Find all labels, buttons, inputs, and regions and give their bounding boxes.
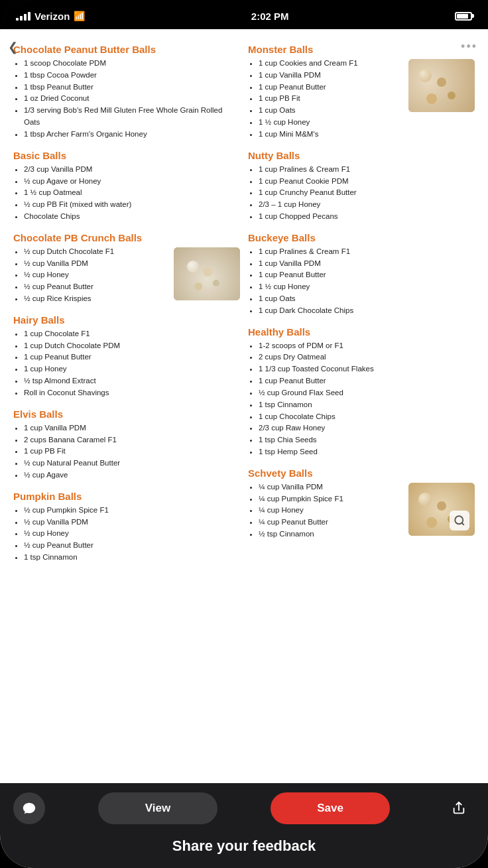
- list-item: 1 scoop Chocolate PDM: [24, 58, 240, 70]
- list-item: ½ cup Vanilla PDM: [24, 517, 240, 528]
- list-item: ½ cup Agave: [24, 469, 240, 481]
- ingredients-nutty-balls: 1 cup Pralines & Cream F1 1 cup Peanut C…: [248, 164, 475, 223]
- recipe-chocolate-pb-crunch: Chocolate PB Crunch Balls ½ cup Dutch Ch…: [13, 232, 240, 305]
- recipe-pumpkin-balls: Pumpkin Balls ½ cup Pumpkin Spice F1 ½ c…: [13, 491, 240, 564]
- recipe-hairy-balls: Hairy Balls 1 cup Chocolate F1 1 cup Dut…: [13, 314, 240, 399]
- recipe-columns: Chocolate Peanut Butter Balls 1 scoop Ch…: [11, 44, 477, 573]
- bottom-action-bar: View Save: [0, 783, 488, 831]
- recipe-healthy-balls: Healthy Balls 1-2 scoops of PDM or F1 2 …: [248, 326, 475, 458]
- list-item: 1/3 serving Bob's Red Mill Gluten Free W…: [24, 105, 240, 129]
- content-area: ❮ ••• Chocolate Peanut Butter Balls 1 sc…: [0, 29, 488, 868]
- list-item: 1 cup Chocolate Chips: [259, 411, 475, 423]
- list-item: 2 cups Dry Oatmeal: [259, 351, 475, 363]
- plate-image-visual: [174, 247, 240, 300]
- recipe-title-hairy-balls: Hairy Balls: [13, 314, 240, 326]
- ingredients-basic-balls: 2/3 cup Vanilla PDM ½ cup Agave or Honey…: [13, 164, 240, 223]
- list-item: 1 1/3 cup Toasted Coconut Flakes: [259, 363, 475, 375]
- ingredients-pumpkin-balls: ½ cup Pumpkin Spice F1 ½ cup Vanilla PDM…: [13, 505, 240, 564]
- recipe-title-buckeye-balls: Buckeye Balls: [248, 232, 475, 243]
- recipe-buckeye-balls: Buckeye Balls 1 cup Pralines & Cream F1 …: [248, 232, 475, 317]
- list-item: 1 cup Mini M&M's: [259, 129, 475, 141]
- recipe-title-chocolate-pb-balls: Chocolate Peanut Butter Balls: [13, 44, 240, 55]
- signal-icon: [16, 12, 30, 21]
- list-item: 1 ½ cup Honey: [259, 117, 475, 129]
- list-item: 1 tbsp Archer Farm's Organic Honey: [24, 129, 240, 141]
- list-item: 1 cup Dutch Chocolate PDM: [24, 340, 240, 352]
- schvety-balls-image: [408, 483, 475, 536]
- list-item: ½ cup PB Fit (mixed with water): [24, 199, 240, 211]
- time-label: 2:02 PM: [251, 11, 289, 22]
- list-item: 1 cup Chopped Pecans: [259, 211, 475, 223]
- back-arrow[interactable]: ❮: [8, 40, 18, 54]
- right-column: Monster Balls 1 cup Cookies and Cream F1…: [248, 44, 475, 573]
- list-item: ½ cup Pumpkin Spice F1: [24, 505, 240, 517]
- list-item: 1 ½ cup Honey: [259, 281, 475, 293]
- list-item: 1 tsp Cinnamon: [259, 399, 475, 411]
- recipe-title-schvety-balls: Schvety Balls: [248, 467, 475, 479]
- list-item: 1 tbsp Peanut Butter: [24, 82, 240, 93]
- list-item: 1 cup Crunchy Peanut Butter: [259, 187, 475, 199]
- list-item: 1 cup Peanut Cookie PDM: [259, 176, 475, 188]
- list-item: ½ cup Ground Flax Seed: [259, 387, 475, 399]
- wifi-icon: 📶: [74, 11, 85, 21]
- status-left: Verizon 📶: [16, 11, 85, 22]
- list-item: 1 cup Dark Chocolate Chips: [259, 305, 475, 317]
- carrier-label: Verizon: [34, 11, 70, 22]
- list-item: 2/3 – 1 cup Honey: [259, 199, 475, 211]
- list-item: 2/3 cup Vanilla PDM: [24, 164, 240, 176]
- list-item: 1 cup Peanut Butter: [24, 351, 240, 363]
- list-item: ½ cup Peanut Butter: [24, 540, 240, 552]
- recipe-chocolate-pb-balls: Chocolate Peanut Butter Balls 1 scoop Ch…: [13, 44, 240, 141]
- monster-balls-image: [408, 59, 475, 112]
- list-item: Chocolate Chips: [24, 211, 240, 223]
- list-item: ½ cup Honey: [24, 528, 240, 540]
- feedback-bar: Share your feedback: [0, 831, 488, 868]
- ingredients-healthy-balls: 1-2 scoops of PDM or F1 2 cups Dry Oatme…: [248, 340, 475, 458]
- recipe-title-monster-balls: Monster Balls: [248, 44, 475, 55]
- list-item: ½ cup Natural Peanut Butter: [24, 458, 240, 469]
- recipe-elvis-balls: Elvis Balls 1 cup Vanilla PDM 2 cups Ban…: [13, 408, 240, 481]
- recipe-nutty-balls: Nutty Balls 1 cup Pralines & Cream F1 1 …: [248, 150, 475, 223]
- comment-button[interactable]: [13, 792, 45, 824]
- more-options-button[interactable]: •••: [461, 40, 477, 54]
- list-item: Roll in Coconut Shavings: [24, 387, 240, 399]
- list-item: 1 oz Dried Coconut: [24, 93, 240, 105]
- list-item: 1 cup Peanut Butter: [259, 269, 475, 281]
- list-item: 1 cup Pralines & Cream F1: [259, 164, 475, 176]
- list-item: 1 cup PB Fit: [24, 446, 240, 458]
- list-item: 1 cup Oats: [259, 293, 475, 305]
- save-button[interactable]: Save: [271, 792, 390, 824]
- scan-icon[interactable]: [450, 511, 469, 530]
- chocolate-pb-crunch-image: [174, 247, 240, 300]
- ingredients-hairy-balls: 1 cup Chocolate F1 1 cup Dutch Chocolate…: [13, 328, 240, 399]
- list-item: 1 ½ cup Oatmeal: [24, 187, 240, 199]
- phone-frame: Verizon 📶 2:02 PM ❮ ••• Chocolate Peanut…: [0, 0, 488, 868]
- list-item: 1 cup Chocolate F1: [24, 328, 240, 340]
- status-bar: Verizon 📶 2:02 PM: [0, 0, 488, 29]
- list-item: 1 cup Vanilla PDM: [259, 258, 475, 270]
- feedback-label: Share your feedback: [0, 837, 488, 855]
- list-item: 1 tsp Hemp Seed: [259, 446, 475, 458]
- recipe-title-basic-balls: Basic Balls: [13, 150, 240, 161]
- list-item: ½ cup Agave or Honey: [24, 176, 240, 188]
- list-item: ½ tsp Almond Extract: [24, 375, 240, 387]
- list-item: 1 tsp Cinnamon: [24, 552, 240, 564]
- recipe-title-healthy-balls: Healthy Balls: [248, 326, 475, 338]
- list-item: 2 cups Banana Caramel F1: [24, 434, 240, 446]
- list-item: 1 tbsp Cocoa Powder: [24, 70, 240, 82]
- ingredients-buckeye-balls: 1 cup Pralines & Cream F1 1 cup Vanilla …: [248, 246, 475, 317]
- view-button[interactable]: View: [98, 792, 217, 824]
- list-item: 1 cup Peanut Butter: [259, 375, 475, 387]
- recipe-content: ❮ ••• Chocolate Peanut Butter Balls 1 sc…: [0, 29, 488, 783]
- list-item: 2/3 cup Raw Honey: [259, 422, 475, 434]
- recipe-schvety-balls: Schvety Balls ¼ cup Vanilla PD: [248, 467, 475, 540]
- svg-line-0: [461, 523, 463, 525]
- ingredients-elvis-balls: 1 cup Vanilla PDM 2 cups Banana Caramel …: [13, 422, 240, 481]
- list-item: 1 cup Vanilla PDM: [24, 422, 240, 434]
- balls-image-visual: [408, 59, 475, 112]
- status-right: [455, 12, 472, 21]
- share-button[interactable]: [443, 792, 475, 824]
- recipe-title-nutty-balls: Nutty Balls: [248, 150, 475, 161]
- list-item: 1 cup Honey: [24, 363, 240, 375]
- ingredients-chocolate-pb-balls: 1 scoop Chocolate PDM 1 tbsp Cocoa Powde…: [13, 58, 240, 141]
